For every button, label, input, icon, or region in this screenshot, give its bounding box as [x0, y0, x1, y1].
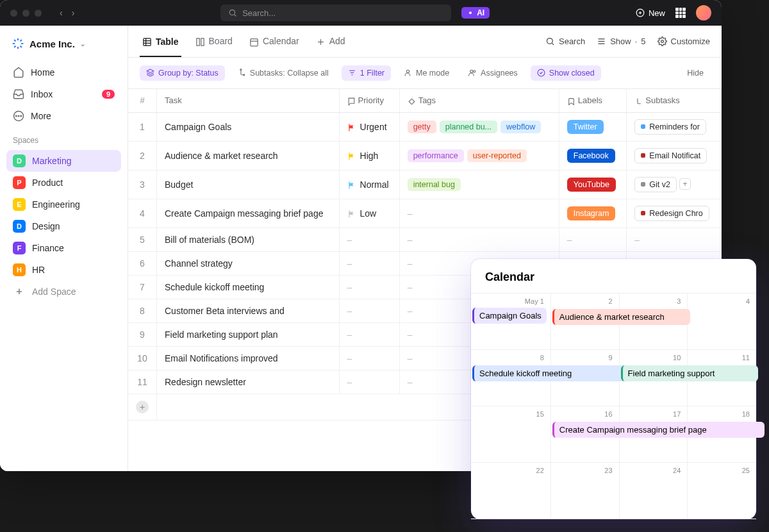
table-row[interactable]: 3BudgetNormalinternal bugYouTubbeGit v2+ [128, 170, 722, 199]
space-item-design[interactable]: DDesign [6, 215, 121, 237]
tab-board[interactable]: Board [193, 32, 235, 51]
add-space-button[interactable]: + Add Space [6, 281, 121, 303]
calendar-event[interactable]: Campaign Goals [472, 308, 547, 324]
calendar-date: 16 [552, 409, 615, 419]
label[interactable]: Facebook [567, 149, 615, 163]
tags-cell[interactable]: gettyplanned bu...webflow [399, 112, 559, 141]
sidebar-item-more[interactable]: More [6, 105, 121, 127]
workspace-switcher[interactable]: Acme Inc. ⌄ [6, 33, 121, 54]
calendar-event[interactable]: Schedule kickoff meeting [472, 365, 634, 381]
tags-cell[interactable]: performanceuser-reported [399, 141, 559, 170]
table-row[interactable]: 4Create Campaign messaging brief pageLow… [128, 199, 722, 228]
space-item-finance[interactable]: FFinance [6, 237, 121, 259]
subtask[interactable]: Reminders for [634, 119, 706, 135]
tab-table[interactable]: Table [140, 33, 181, 58]
plus-icon: + [136, 401, 149, 413]
tab-calendar[interactable]: Calendar [247, 32, 302, 51]
calendar-date: 22 [472, 465, 547, 476]
me-mode-chip[interactable]: Me mode [397, 65, 456, 81]
tag[interactable]: getty [408, 121, 436, 133]
space-item-product[interactable]: PProduct [6, 172, 121, 194]
tab-add[interactable]: Add [313, 32, 348, 51]
priority-cell[interactable]: High [339, 141, 399, 170]
column-header-task[interactable]: Task [157, 89, 340, 113]
calendar-cell[interactable]: 2Audience & market research [551, 294, 620, 350]
calendar-event[interactable]: Audience & market research [552, 309, 690, 325]
label[interactable]: Twitter [567, 120, 604, 134]
new-button[interactable]: New [636, 8, 665, 18]
assignees-chip[interactable]: Assignees [462, 65, 524, 81]
inbox-icon [13, 88, 24, 100]
table-row[interactable]: 5Bill of materials (BOM)–––– [128, 228, 722, 251]
calendar-cell[interactable]: 16Create Campaign messaging brief page [551, 406, 620, 463]
tag[interactable]: internal bug [408, 178, 461, 191]
tag[interactable]: user-reported [467, 149, 527, 162]
subtask[interactable]: Email Notificat [634, 148, 707, 163]
subtask[interactable]: Git v2 [634, 177, 677, 192]
calendar-cell[interactable]: 8Schedule kickoff meeting [471, 350, 551, 406]
customize-button[interactable]: Customize [657, 37, 710, 46]
flag-icon [347, 179, 356, 188]
space-item-marketing[interactable]: DMarketing [6, 150, 121, 172]
svg-point-8 [18, 116, 19, 117]
column-header-subtasks[interactable]: Subtasks [627, 89, 722, 113]
space-item-engineering[interactable]: EEngineering [6, 194, 121, 215]
calendar-cell[interactable]: 10Field marketing support [620, 350, 688, 406]
search-button[interactable]: Search [545, 37, 585, 46]
tag[interactable]: planned bu... [440, 121, 497, 133]
label-cell[interactable]: Instagram [559, 199, 627, 228]
window-controls[interactable] [10, 10, 42, 17]
show-button[interactable]: Show · 5 [597, 37, 645, 46]
column-header-tags[interactable]: Tags [399, 89, 559, 113]
label-cell[interactable]: Twitter [559, 112, 627, 141]
calendar-event[interactable]: Create Campaign messaging brief page [552, 422, 765, 438]
add-subtask-button[interactable]: + [679, 178, 691, 190]
task-name: Audience & market research [157, 141, 340, 170]
group-by-chip[interactable]: Group by: Status [140, 65, 225, 81]
task-name: Schedule kickoff meeting [157, 275, 340, 299]
calendar-cell[interactable]: May 1Campaign Goals [471, 294, 551, 350]
calendar-cell[interactable]: 23 [551, 463, 620, 519]
gear-icon [657, 37, 667, 46]
column-header-#[interactable]: # [128, 89, 157, 113]
priority-cell[interactable]: Normal [339, 170, 399, 199]
label[interactable]: YouTubbe [567, 178, 616, 192]
priority-cell[interactable]: Low [339, 199, 399, 228]
user-avatar[interactable] [696, 5, 711, 21]
subtasks-chip[interactable]: Subtasks: Collapse all [231, 65, 335, 81]
global-search[interactable]: Search... [220, 4, 451, 21]
back-button[interactable]: ‹ [60, 8, 63, 18]
calendar-event[interactable]: Field marketing support [621, 365, 759, 381]
tag[interactable]: performance [408, 149, 464, 162]
tags-cell[interactable]: internal bug [399, 170, 559, 199]
filter-bar: Group by: Status Subtasks: Collapse all … [128, 58, 722, 89]
tag[interactable]: webflow [500, 121, 541, 133]
calendar-cell[interactable]: 25 [688, 463, 756, 519]
filter-chip[interactable]: 1 Filter [342, 65, 391, 81]
calendar-cell[interactable]: 24 [620, 463, 688, 519]
apps-icon[interactable] [675, 8, 686, 18]
label-cell[interactable]: Facebook [559, 141, 627, 170]
subtask-cell[interactable]: Redesign Chro [627, 199, 722, 228]
subtask[interactable]: Redesign Chro [634, 206, 709, 221]
column-header-priority[interactable]: Priority [339, 89, 399, 113]
subtask-cell[interactable]: Email Notificat [627, 141, 722, 170]
calendar-cell[interactable]: 15 [471, 406, 551, 463]
subtask-cell[interactable]: Git v2+ [627, 170, 722, 199]
label-cell[interactable]: YouTubbe [559, 170, 627, 199]
calendar-cell[interactable]: 4 [688, 294, 756, 350]
subtask-cell[interactable]: Reminders for [627, 112, 722, 141]
calendar-cell[interactable]: 22 [471, 463, 551, 519]
forward-button[interactable]: › [72, 8, 75, 18]
sidebar-item-home[interactable]: Home [6, 62, 121, 83]
show-closed-chip[interactable]: Show closed [531, 65, 601, 81]
label[interactable]: Instagram [567, 206, 616, 220]
hide-button[interactable]: Hide [681, 65, 710, 81]
table-row[interactable]: 2Audience & market researchHighperforman… [128, 141, 722, 170]
priority-cell[interactable]: Urgent [339, 112, 399, 141]
table-row[interactable]: 1Campaign GoalsUrgentgettyplanned bu...w… [128, 112, 722, 141]
sidebar-item-inbox[interactable]: Inbox9 [6, 83, 121, 105]
ai-button[interactable]: AI [461, 7, 490, 19]
space-item-hr[interactable]: HHR [6, 259, 121, 281]
column-header-labels[interactable]: Labels [559, 89, 627, 113]
